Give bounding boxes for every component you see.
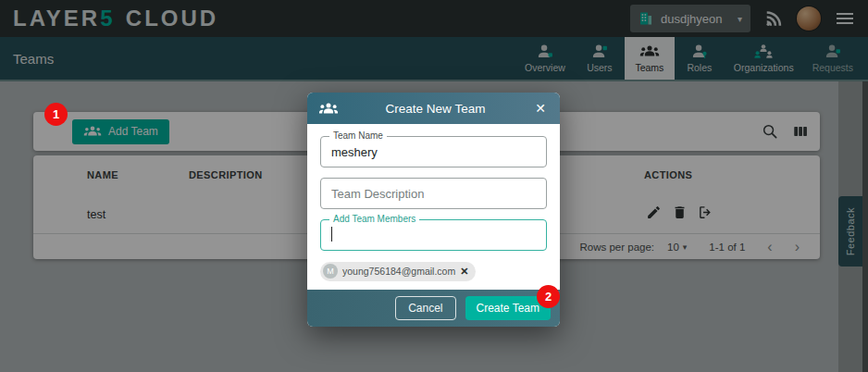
- close-icon[interactable]: ✕: [532, 101, 549, 116]
- create-team-modal: Create New Team ✕ Team Name meshery Team…: [307, 93, 560, 327]
- modal-title: Create New Team: [339, 102, 532, 116]
- add-team-members-label: Add Team Members: [329, 214, 419, 224]
- cancel-button[interactable]: Cancel: [395, 296, 455, 320]
- team-name-label: Team Name: [329, 130, 387, 141]
- modal-header: Create New Team ✕: [307, 93, 560, 124]
- modal-footer: Cancel Create Team: [307, 290, 560, 327]
- team-name-field[interactable]: Team Name meshery: [320, 136, 547, 167]
- annotation-step-1: 1: [44, 103, 68, 126]
- add-team-members-field[interactable]: Add Team Members: [320, 219, 547, 251]
- team-name-value: meshery: [331, 145, 378, 159]
- modal-body: Team Name meshery Team Description Add T…: [307, 124, 560, 281]
- team-description-field[interactable]: Team Description: [320, 178, 547, 209]
- annotation-step-2: 2: [537, 285, 560, 308]
- member-avatar: M: [323, 264, 338, 279]
- member-chip[interactable]: M young756184@gmail.com ✕: [320, 262, 476, 281]
- text-cursor: [331, 227, 332, 242]
- team-description-placeholder: Team Description: [331, 187, 424, 201]
- people-group-icon: [318, 102, 339, 116]
- member-email: young756184@gmail.com: [342, 266, 455, 277]
- remove-member-icon[interactable]: ✕: [460, 266, 468, 278]
